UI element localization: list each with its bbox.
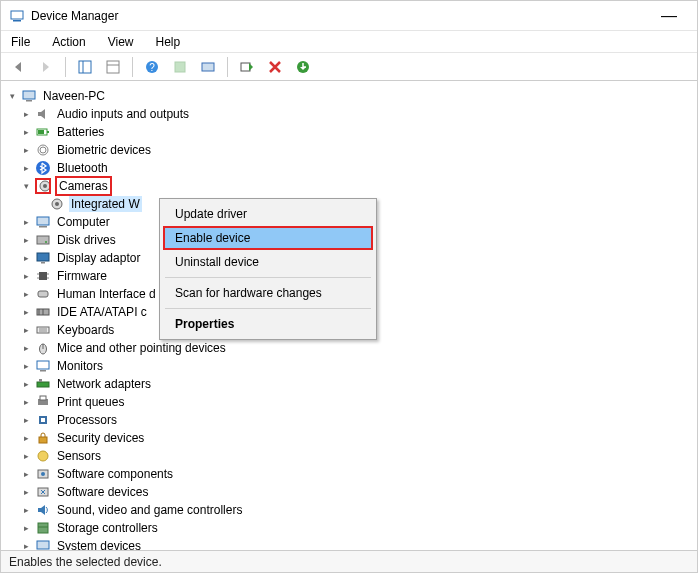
- expander-icon[interactable]: ▸: [19, 449, 33, 463]
- context-menu-separator: [165, 308, 371, 309]
- tree-node-label: Computer: [55, 214, 112, 230]
- help-button[interactable]: ?: [141, 56, 163, 78]
- tree-node-label: Batteries: [55, 124, 106, 140]
- svg-rect-45: [40, 370, 46, 372]
- context-menu-item[interactable]: Enable device: [163, 226, 373, 250]
- back-button[interactable]: [7, 56, 29, 78]
- tree-node[interactable]: ▸ Mice and other pointing devices: [5, 339, 695, 357]
- tree-node[interactable]: ▸ Monitors: [5, 357, 695, 375]
- expander-icon[interactable]: ▸: [19, 161, 33, 175]
- svg-rect-24: [37, 217, 49, 225]
- expander-icon[interactable]: ▸: [19, 539, 33, 550]
- expander-icon[interactable]: ▸: [19, 269, 33, 283]
- svg-rect-39: [37, 327, 49, 333]
- tree-node-label: Audio inputs and outputs: [55, 106, 191, 122]
- expander-icon[interactable]: ▸: [19, 503, 33, 517]
- tree-node[interactable]: ▸ Bluetooth: [5, 159, 695, 177]
- expander-icon[interactable]: ▾: [5, 89, 19, 103]
- expander-icon[interactable]: ▸: [19, 143, 33, 157]
- svg-rect-59: [37, 541, 49, 549]
- context-menu-separator: [165, 277, 371, 278]
- tree-node[interactable]: ▸ Security devices: [5, 429, 695, 447]
- tree-node[interactable]: ▸ Software devices: [5, 483, 695, 501]
- network-icon: [35, 376, 51, 392]
- properties-button[interactable]: [102, 56, 124, 78]
- expander-icon[interactable]: ▸: [19, 287, 33, 301]
- forward-button[interactable]: [35, 56, 57, 78]
- svg-rect-15: [47, 131, 49, 133]
- show-hide-tree-button[interactable]: [74, 56, 96, 78]
- security-icon: [35, 430, 51, 446]
- svg-rect-46: [37, 382, 49, 387]
- expander-icon[interactable]: ▸: [19, 251, 33, 265]
- update-driver-button[interactable]: [169, 56, 191, 78]
- expander-icon[interactable]: ▸: [19, 467, 33, 481]
- fingerprint-icon: [35, 142, 51, 158]
- svg-point-55: [41, 472, 45, 476]
- svg-rect-13: [26, 100, 32, 102]
- tree-node[interactable]: ▸ Sensors: [5, 447, 695, 465]
- svg-rect-0: [11, 11, 23, 19]
- tree-node-label: Storage controllers: [55, 520, 160, 536]
- svg-point-27: [45, 241, 47, 243]
- tree-node[interactable]: ▸ Software components: [5, 465, 695, 483]
- tree-node[interactable]: ▸ Processors: [5, 411, 695, 429]
- menu-action[interactable]: Action: [48, 33, 89, 51]
- expander-icon[interactable]: ▸: [19, 107, 33, 121]
- tree-node-label: Human Interface d: [55, 286, 158, 302]
- minimize-button[interactable]: —: [649, 7, 689, 25]
- chip-icon: [35, 268, 51, 284]
- expander-icon[interactable]: ▸: [19, 215, 33, 229]
- expander-icon[interactable]: ▸: [19, 521, 33, 535]
- svg-rect-28: [37, 253, 49, 261]
- expander-icon[interactable]: ▸: [19, 377, 33, 391]
- context-menu-item[interactable]: Uninstall device: [163, 250, 373, 274]
- tree-node[interactable]: ▸ Storage controllers: [5, 519, 695, 537]
- expander-icon[interactable]: ▸: [19, 323, 33, 337]
- menu-view[interactable]: View: [104, 33, 138, 51]
- tree-node[interactable]: ▾ Cameras: [5, 177, 695, 195]
- tree-node-label: Firmware: [55, 268, 109, 284]
- menu-help[interactable]: Help: [152, 33, 185, 51]
- scan-button[interactable]: [197, 56, 219, 78]
- tree-node-label: Print queues: [55, 394, 126, 410]
- tree-root-node[interactable]: ▾ Naveen-PC: [5, 87, 695, 105]
- expander-icon[interactable]: ▸: [19, 431, 33, 445]
- expander-icon[interactable]: ▸: [19, 305, 33, 319]
- tree-node-label: Integrated W: [69, 196, 142, 212]
- svg-point-23: [55, 202, 59, 206]
- tree-node-label: IDE ATA/ATAPI c: [55, 304, 149, 320]
- enable-device-button[interactable]: [236, 56, 258, 78]
- tree-node[interactable]: ▸ Network adapters: [5, 375, 695, 393]
- uninstall-device-button[interactable]: [264, 56, 286, 78]
- menu-file[interactable]: File: [7, 33, 34, 51]
- bluetooth-icon: [35, 160, 51, 176]
- expander-icon[interactable]: ▸: [19, 341, 33, 355]
- context-menu-item[interactable]: Scan for hardware changes: [163, 281, 373, 305]
- tree-node-label: Security devices: [55, 430, 146, 446]
- tree-node[interactable]: ▸ Batteries: [5, 123, 695, 141]
- title-bar: Device Manager —: [1, 1, 697, 31]
- tree-node[interactable]: ▸ Audio inputs and outputs: [5, 105, 695, 123]
- svg-rect-2: [79, 61, 91, 73]
- toolbar-separator: [227, 57, 228, 77]
- menu-bar: File Action View Help: [1, 31, 697, 53]
- context-menu-item[interactable]: Update driver: [163, 202, 373, 226]
- expander-icon[interactable]: ▸: [19, 125, 33, 139]
- tree-node[interactable]: ▸ System devices: [5, 537, 695, 550]
- tree-node[interactable]: ▸ Print queues: [5, 393, 695, 411]
- expander-icon[interactable]: ▸: [19, 485, 33, 499]
- expander-icon[interactable]: ▾: [19, 179, 33, 193]
- expander-icon[interactable]: ▸: [19, 413, 33, 427]
- tree-node[interactable]: ▸ Biometric devices: [5, 141, 695, 159]
- monitor-icon: [35, 358, 51, 374]
- tree-node[interactable]: ▸ Sound, video and game controllers: [5, 501, 695, 519]
- context-menu-item[interactable]: Properties: [163, 312, 373, 336]
- status-text: Enables the selected device.: [9, 555, 162, 569]
- refresh-button[interactable]: [292, 56, 314, 78]
- toolbar-separator: [65, 57, 66, 77]
- expander-icon[interactable]: ▸: [19, 233, 33, 247]
- expander-icon[interactable]: ▸: [19, 359, 33, 373]
- svg-rect-1: [13, 20, 21, 22]
- expander-icon[interactable]: ▸: [19, 395, 33, 409]
